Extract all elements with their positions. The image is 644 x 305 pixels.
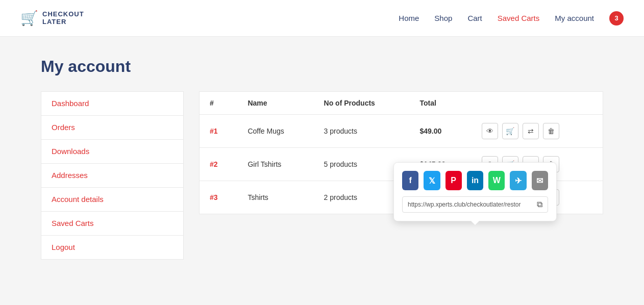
nav-home[interactable]: Home (399, 14, 419, 22)
row-3-id: #3 (200, 181, 237, 214)
sidebar-item-saved-carts[interactable]: Saved Carts (41, 212, 183, 236)
row-1-id: #1 (200, 115, 237, 148)
sidebar: Dashboard Orders Downloads Addresses Acc… (41, 91, 184, 260)
share-facebook-button[interactable]: f (402, 171, 418, 190)
cart-icon: 🛒 (20, 10, 38, 27)
share-pinterest-button[interactable]: P (445, 171, 462, 190)
table-header-row: # Name No of Products Total (200, 92, 603, 115)
row-1-name: Coffe Mugs (237, 115, 313, 148)
sidebar-item-dashboard[interactable]: Dashboard (41, 92, 183, 116)
share-url-input[interactable] (408, 201, 534, 208)
col-header-products: No of Products (314, 92, 410, 115)
nav-cart[interactable]: Cart (467, 14, 482, 22)
row-1-total: $49.00 (409, 115, 471, 148)
saved-carts-table-wrapper: f 𝕏 P in W ✈ ✉ ⧉ # Name (199, 91, 603, 214)
nav-saved-carts[interactable]: Saved Carts (498, 14, 540, 22)
col-header-actions (472, 92, 603, 115)
share-email-button[interactable]: ✉ (532, 171, 548, 190)
share-twitter-button[interactable]: 𝕏 (424, 171, 440, 190)
main-content: My account Dashboard Orders Downloads Ad… (0, 37, 644, 280)
copy-url-button[interactable]: ⧉ (537, 200, 542, 209)
sidebar-item-addresses[interactable]: Addresses (41, 164, 183, 188)
sidebar-item-orders[interactable]: Orders (41, 116, 183, 140)
col-header-total: Total (409, 92, 471, 115)
row-3-name: Tshirts (237, 181, 313, 214)
sidebar-item-account-details[interactable]: Account details (41, 188, 183, 212)
share-url-row: ⧉ (402, 196, 548, 213)
main-nav: Home Shop Cart Saved Carts My account 3 (399, 11, 624, 26)
sidebar-item-downloads[interactable]: Downloads (41, 140, 183, 164)
cart-button-1[interactable]: 🛒 (502, 123, 518, 139)
share-button-1[interactable]: ⇄ (523, 123, 539, 139)
content-area: Dashboard Orders Downloads Addresses Acc… (41, 91, 603, 260)
sidebar-item-logout[interactable]: Logout (41, 236, 183, 259)
logo-line1: CHECKOUT (42, 11, 84, 18)
header: 🛒 CHECKOUT LATER Home Shop Cart Saved Ca… (0, 0, 644, 37)
page-title: My account (41, 57, 603, 76)
nav-my-account[interactable]: My account (555, 14, 594, 22)
row-2-name: Girl Tshirts (237, 148, 313, 181)
nav-shop[interactable]: Shop (434, 14, 452, 22)
share-icons-row: f 𝕏 P in W ✈ ✉ (402, 171, 548, 190)
delete-button-1[interactable]: 🗑 (543, 123, 559, 139)
cart-badge[interactable]: 3 (609, 11, 624, 26)
view-button-1[interactable]: 👁 (482, 123, 498, 139)
logo-text: CHECKOUT LATER (42, 11, 84, 26)
logo-line2: LATER (42, 18, 84, 26)
share-linkedin-button[interactable]: in (467, 171, 483, 190)
row-1-actions: 👁 🛒 ⇄ 🗑 (472, 115, 603, 148)
col-header-name: Name (237, 92, 313, 115)
share-popup: f 𝕏 P in W ✈ ✉ ⧉ (393, 162, 557, 221)
logo[interactable]: 🛒 CHECKOUT LATER (20, 10, 84, 27)
row-2-id: #2 (200, 148, 237, 181)
col-header-num: # (200, 92, 237, 115)
share-whatsapp-button[interactable]: W (488, 171, 505, 190)
row-1-products: 3 products (314, 115, 410, 148)
share-telegram-button[interactable]: ✈ (510, 171, 526, 190)
table-row: #1 Coffe Mugs 3 products $49.00 👁 🛒 ⇄ 🗑 (200, 115, 603, 148)
